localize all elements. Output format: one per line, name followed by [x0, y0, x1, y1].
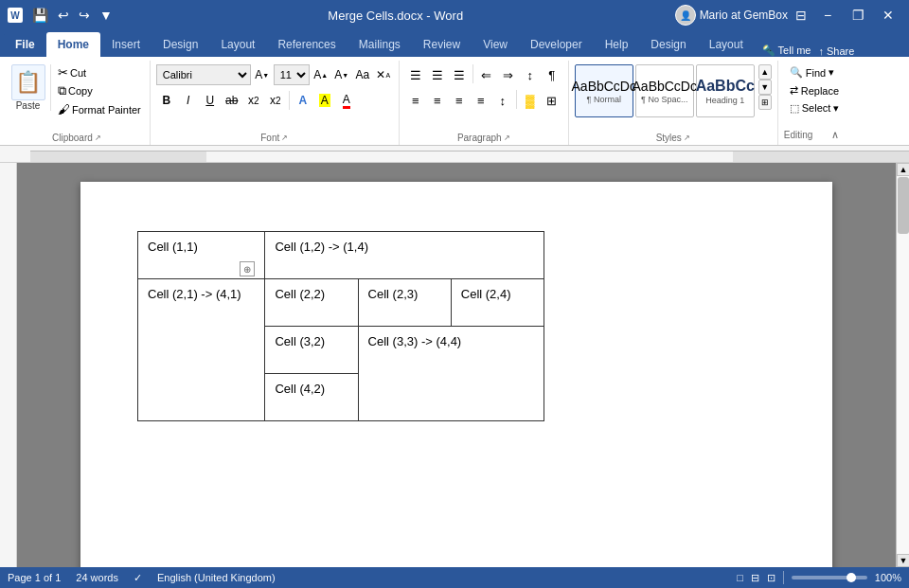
replace-button[interactable]: ⇄ Replace: [784, 82, 846, 98]
copy-button[interactable]: ⧉ Copy: [55, 82, 144, 99]
status-right: □ ⊟ ⊡ 100%: [737, 571, 901, 584]
ribbon-tab-bar: File Home Insert Design Layout Reference…: [0, 30, 909, 57]
subscript-button[interactable]: x2: [243, 90, 264, 111]
cut-label: Cut: [70, 67, 86, 79]
justify-button[interactable]: ≡: [471, 90, 491, 111]
tab-design[interactable]: Design: [152, 32, 209, 57]
replace-icon: ⇄: [790, 84, 798, 97]
cut-button[interactable]: ✂ Cut: [55, 64, 144, 80]
italic-button[interactable]: I: [178, 90, 199, 111]
style-heading1[interactable]: AaBbCc Heading 1: [696, 64, 755, 117]
tab-file[interactable]: File: [4, 32, 46, 57]
font-size-select[interactable]: 11: [274, 64, 310, 85]
save-icon[interactable]: 💾: [28, 6, 52, 25]
clear-formatting-button[interactable]: ✕A: [374, 65, 393, 84]
shading-button[interactable]: ▓: [520, 90, 541, 111]
line-spacing-button[interactable]: ↕: [492, 90, 513, 111]
ruler-shading: [30, 151, 909, 162]
tab-developer[interactable]: Developer: [519, 32, 594, 57]
font-color-button[interactable]: A: [336, 90, 357, 111]
tab-review[interactable]: Review: [412, 32, 472, 57]
sort-button[interactable]: ↕: [520, 64, 541, 85]
align-right-button[interactable]: ≡: [449, 90, 470, 111]
redo-icon[interactable]: ↪: [75, 6, 94, 25]
tell-me[interactable]: 🔦 Tell me: [762, 45, 811, 57]
select-button[interactable]: ⬚ Select ▾: [784, 100, 846, 116]
paragraph-group-label[interactable]: Paragraph ↗: [405, 133, 562, 145]
ribbon: 📋 Paste ✂ Cut ⧉ Copy 🖌 Format Painter C: [0, 57, 909, 146]
style-no-spacing[interactable]: AaBbCcDc ¶ No Spac...: [635, 64, 694, 117]
tab-references[interactable]: References: [266, 32, 347, 57]
clipboard-group-label[interactable]: Clipboard ↗: [9, 133, 144, 145]
zoom-level[interactable]: 100%: [875, 572, 901, 583]
table-row: Cell (2,1) -> (4,1) Cell (2,2) Cell (2,3…: [138, 279, 544, 327]
tab-insert[interactable]: Insert: [100, 32, 152, 57]
bold-button[interactable]: B: [156, 90, 177, 111]
undo-icon[interactable]: ↩: [54, 6, 73, 25]
tab-help[interactable]: Help: [594, 32, 640, 57]
decrease-font-size-button[interactable]: A▼: [253, 65, 272, 84]
align-center-button[interactable]: ≡: [427, 90, 448, 111]
editing-buttons: 🔍 Find ▾ ⇄ Replace ⬚ Select ▾: [784, 64, 846, 116]
text-highlight-button[interactable]: A: [314, 90, 335, 111]
bullets-button[interactable]: ☰: [405, 64, 426, 85]
scroll-down-button[interactable]: ▼: [897, 554, 909, 567]
superscript-button[interactable]: x2: [265, 90, 286, 111]
editing-content: 🔍 Find ▾ ⇄ Replace ⬚ Select ▾: [784, 61, 846, 126]
share-button[interactable]: ↑ Share: [818, 45, 854, 57]
tab-layout[interactable]: Layout: [209, 32, 266, 57]
increase-indent-button[interactable]: ⇒: [498, 64, 519, 85]
borders-button[interactable]: ⊞: [542, 90, 562, 111]
styles-expand[interactable]: ⊞: [758, 95, 772, 110]
find-icon: 🔍: [790, 66, 803, 79]
change-case-button[interactable]: Aa: [353, 65, 372, 84]
quick-access-dropdown[interactable]: ▼: [96, 6, 116, 25]
multilevel-button[interactable]: ☰: [449, 64, 470, 85]
styles-gallery: AaBbCcDc ¶ Normal AaBbCcDc ¶ No Spac... …: [575, 64, 755, 117]
text-effects-button[interactable]: A: [293, 90, 313, 111]
scroll-up-button[interactable]: ▲: [897, 163, 909, 176]
close-button[interactable]: ✕: [875, 2, 901, 28]
proofing-icon[interactable]: ✓: [134, 572, 142, 584]
shrink-font-button[interactable]: A▼: [332, 65, 351, 84]
page-info: Page 1 of 1: [8, 572, 61, 583]
zoom-slider[interactable]: [792, 576, 867, 579]
tab-view[interactable]: View: [472, 32, 519, 57]
tab-home[interactable]: Home: [46, 32, 100, 57]
no-spacing-label: ¶ No Spac...: [641, 95, 687, 104]
minimize-button[interactable]: −: [814, 2, 841, 28]
restore-button[interactable]: ❐: [845, 2, 871, 28]
styles-scroll-down[interactable]: ▼: [758, 80, 772, 95]
strikethrough-button[interactable]: ab: [222, 90, 242, 111]
font-name-select[interactable]: Calibri: [156, 64, 251, 85]
style-normal[interactable]: AaBbCcDc ¶ Normal: [575, 64, 633, 117]
zoom-thumb[interactable]: [847, 573, 856, 582]
cell-3-2: Cell (3,2): [265, 327, 358, 374]
print-layout-icon[interactable]: ⊟: [751, 572, 759, 584]
decrease-indent-button[interactable]: ⇐: [476, 64, 497, 85]
document-area: ⊕ Cell (1,1) Cell (1,2) -> (1,4) Cell (2…: [17, 163, 896, 567]
styles-group-label[interactable]: Styles ↗: [575, 133, 772, 145]
scroll-thumb[interactable]: [898, 177, 909, 234]
find-button[interactable]: 🔍 Find ▾: [784, 64, 846, 80]
language[interactable]: English (United Kingdom): [157, 572, 276, 583]
tab-mailings[interactable]: Mailings: [348, 32, 412, 57]
font-group-label[interactable]: Font ↗: [156, 133, 393, 145]
ribbon-display-options[interactable]: ⊟: [792, 6, 811, 25]
paste-button[interactable]: 📋 Paste: [9, 64, 51, 111]
ribbon-collapse-button[interactable]: ∧: [826, 126, 845, 143]
numbering-button[interactable]: ☰: [427, 64, 448, 85]
format-painter-button[interactable]: 🖌 Format Painter: [55, 101, 144, 117]
ruler-content: [30, 146, 909, 162]
grow-font-button[interactable]: A▲: [312, 65, 330, 84]
web-layout-icon[interactable]: ⊡: [767, 572, 775, 584]
word-logo: W: [8, 8, 23, 23]
styles-scroll-up[interactable]: ▲: [758, 64, 772, 80]
focus-mode-icon[interactable]: □: [737, 572, 743, 583]
tab-layout2[interactable]: Layout: [698, 32, 755, 57]
underline-button[interactable]: U: [200, 90, 221, 111]
show-hide-button[interactable]: ¶: [542, 64, 562, 85]
tab-design2[interactable]: Design: [639, 32, 697, 57]
align-left-button[interactable]: ≡: [405, 90, 426, 111]
font-group: Calibri A▼ 11 A▲ A▼ Aa ✕A B I U ab x2 x2…: [151, 61, 400, 145]
